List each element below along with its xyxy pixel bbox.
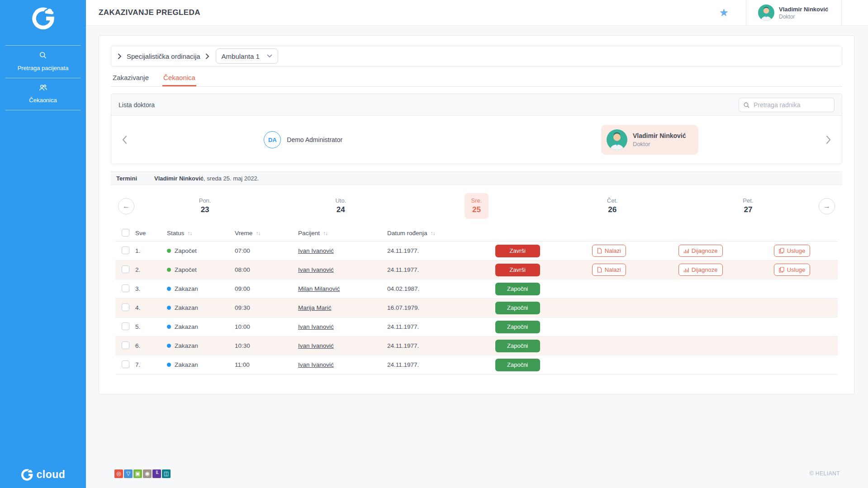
row-checkbox[interactable] <box>122 246 129 254</box>
user-menu[interactable]: Vladimir Ninković Doktor <box>746 5 841 21</box>
row-time: 10:00 <box>235 323 298 330</box>
cloud-brand: cloud <box>21 469 66 481</box>
square-app-icon[interactable]: ▣ <box>133 469 142 478</box>
row-number: 4. <box>135 304 167 311</box>
patient-link[interactable]: Ivan Ivanović <box>298 361 334 368</box>
column-header-pacijent[interactable]: Pacijent↑↓ <box>298 230 387 237</box>
target-app-icon[interactable]: ◎ <box>114 469 123 478</box>
patient-link[interactable]: Ivan Ivanović <box>298 323 334 330</box>
services-button[interactable]: Usluge <box>774 264 810 276</box>
findings-button[interactable]: Nalazi <box>592 264 626 276</box>
carousel-cell: Vladimir Ninković Doktor <box>477 125 824 155</box>
row-dob: 24.11.1977. <box>387 361 472 368</box>
search-icon <box>5 51 81 60</box>
row-time: 09:00 <box>235 285 298 292</box>
tab-bar: Zakazivanje Čekaonica <box>111 72 842 87</box>
book-app-icon[interactable]: ◫ <box>162 469 171 478</box>
page-title: ZAKAZIVANJE PREGLEDA <box>99 8 200 17</box>
g-cloud-logo-icon <box>31 6 55 30</box>
start-button[interactable]: Započni <box>495 359 540 371</box>
sidebar-item-pretraga-pacijenata[interactable]: Pretraga pacijenata <box>5 45 81 78</box>
diagnoses-button[interactable]: Dijagnoze <box>678 245 723 257</box>
doctor-item-vladimir-ninkovic-selected[interactable]: Vladimir Ninković Doktor <box>601 125 698 155</box>
day-cell: Pet.27 <box>680 193 816 219</box>
patient-link[interactable]: Marija Marić <box>298 304 332 311</box>
row-number: 1. <box>135 247 167 254</box>
row-time: 11:00 <box>235 361 298 368</box>
header-right: ★ Vladimir Ninković Doktor <box>702 0 868 25</box>
sort-icon: ↑↓ <box>431 230 435 237</box>
spiral-app-icon[interactable]: ◉ <box>143 469 152 478</box>
copy-icon <box>779 248 784 254</box>
diagnoses-button[interactable]: Dijagnoze <box>678 264 723 276</box>
day-27[interactable]: Pet.27 <box>736 193 760 219</box>
patient-link[interactable]: Milan Milanović <box>298 285 340 292</box>
day-name: Čet. <box>607 197 618 204</box>
row-dob: 24.11.1977. <box>387 266 472 273</box>
breadcrumb-root[interactable]: Specijalistička ordinacija <box>127 52 200 60</box>
doctor-item-demo-administrator[interactable]: DA Demo Administrator <box>264 131 342 148</box>
start-button[interactable]: Započni <box>495 302 540 314</box>
row-checkbox[interactable] <box>122 322 129 330</box>
column-header-status[interactable]: Status↑↓ <box>167 230 235 237</box>
row-status: Započet <box>167 247 235 254</box>
day-selector: ← Pon.23Uto.24Sre.25Čet.26Pet.27 → <box>111 185 842 224</box>
user-info: Vladimir Ninković Doktor <box>779 6 828 20</box>
prev-week-button[interactable]: ← <box>118 198 134 214</box>
doctors-panel: Lista doktora DA De <box>111 94 842 164</box>
next-week-button[interactable]: → <box>819 198 835 214</box>
sidebar-item-cekaonica[interactable]: Čekaonica <box>5 78 81 110</box>
patient-link[interactable]: Ivan Ivanović <box>298 342 334 349</box>
triangle-app-icon[interactable]: ▽ <box>124 469 133 478</box>
day-cell: Pon.23 <box>137 193 273 219</box>
status-dot <box>167 325 171 329</box>
day-24[interactable]: Uto.24 <box>328 193 353 219</box>
initials-avatar: DA <box>264 131 281 148</box>
start-button[interactable]: Započni <box>495 283 540 295</box>
ambulanta-dropdown[interactable]: Ambulanta 1 <box>216 48 278 64</box>
status-dot <box>167 344 171 348</box>
page-footer: ◎▽▣◉╙◫ © HELIANT <box>99 463 854 488</box>
table-row: 6.Zakazan10:30Ivan Ivanović24.11.1977.Za… <box>115 336 838 355</box>
table-row: 7.Zakazan11:00Ivan Ivanović24.11.1977.Za… <box>115 355 838 374</box>
day-25-selected[interactable]: Sre.25 <box>465 193 489 219</box>
tab-cekaonica[interactable]: Čekaonica <box>162 72 196 86</box>
favorite-star-icon[interactable]: ★ <box>702 6 746 19</box>
breadcrumb: Specijalistička ordinacija Ambulanta 1 <box>111 46 842 66</box>
row-checkbox[interactable] <box>122 360 129 368</box>
finish-button[interactable]: Završi <box>495 245 540 257</box>
row-checkbox[interactable] <box>122 341 129 349</box>
worker-search-input[interactable] <box>739 98 835 112</box>
row-checkbox[interactable] <box>122 303 129 311</box>
column-header-vreme[interactable]: Vreme↑↓ <box>235 230 298 237</box>
doctors-panel-title: Lista doktora <box>119 101 155 109</box>
services-button[interactable]: Usluge <box>774 245 810 257</box>
sort-icon: ↑↓ <box>323 230 327 237</box>
select-all-checkbox[interactable] <box>122 229 129 237</box>
row-status: Zakazan <box>167 285 235 292</box>
finish-button[interactable]: Završi <box>495 264 540 276</box>
patient-link[interactable]: Ivan Ivanović <box>298 266 334 273</box>
start-button[interactable]: Započni <box>495 321 540 333</box>
app-logo[interactable] <box>31 6 55 32</box>
lines-app-icon[interactable]: ╙ <box>152 469 161 478</box>
patient-link[interactable]: Ivan Ivanović <box>298 247 334 254</box>
carousel-next-button[interactable] <box>823 133 834 147</box>
day-26[interactable]: Čet.26 <box>600 193 625 219</box>
row-dob: 24.11.1977. <box>387 323 472 330</box>
doctor-role: Doktor <box>633 141 686 147</box>
row-checkbox[interactable] <box>122 265 129 273</box>
findings-button[interactable]: Nalazi <box>592 245 626 257</box>
row-checkbox[interactable] <box>122 284 129 292</box>
tab-zakazivanje[interactable]: Zakazivanje <box>112 72 150 86</box>
main-card: Specijalistička ordinacija Ambulanta 1 Z… <box>99 35 854 394</box>
row-dob: 04.02.1987. <box>387 285 472 292</box>
column-header-datum-rodjenja[interactable]: Datum rođenja↑↓ <box>387 230 472 237</box>
carousel-prev-button[interactable] <box>119 133 130 147</box>
day-23[interactable]: Pon.23 <box>192 193 218 219</box>
content-area: Specijalistička ordinacija Ambulanta 1 Z… <box>86 26 868 488</box>
start-button[interactable]: Započni <box>495 340 540 352</box>
sidebar: Pretraga pacijenata Čekaonica cloud <box>0 0 86 488</box>
doctor-name: Vladimir Ninković <box>633 132 686 139</box>
user-avatar <box>758 5 774 21</box>
